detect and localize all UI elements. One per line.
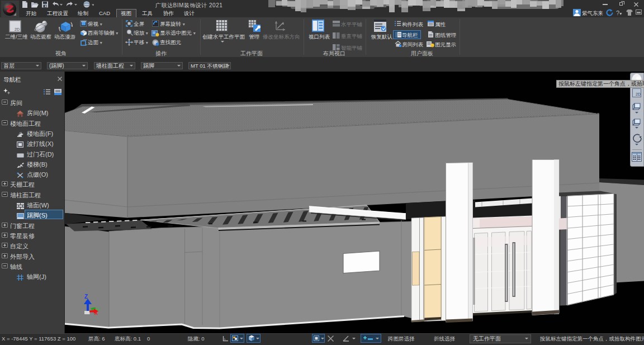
svg-text:X: X [94,310,98,316]
svg-text:2D: 2D [15,27,20,31]
svg-text:Z: Z [84,294,88,300]
